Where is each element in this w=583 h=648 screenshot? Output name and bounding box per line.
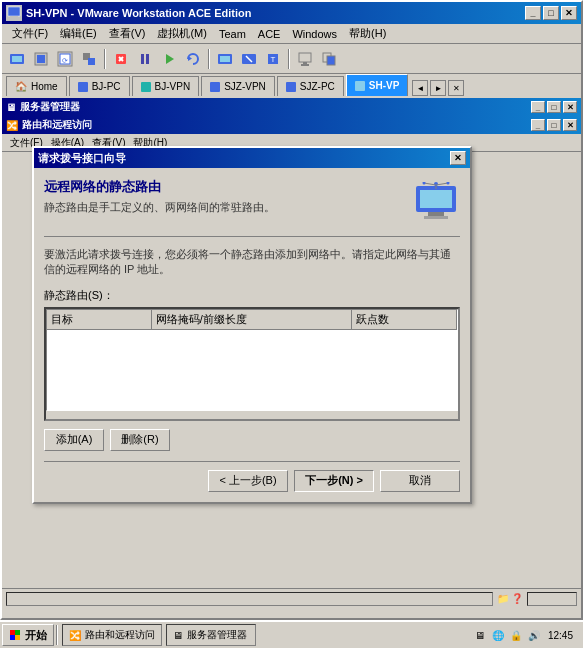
server-manager-title-bar: 🖥 服务器管理器 _ □ ✕ bbox=[2, 98, 581, 116]
tab-home[interactable]: 🏠 Home bbox=[6, 76, 67, 96]
server-manager-controls: _ □ ✕ bbox=[531, 101, 577, 113]
toolbar-btn-3[interactable]: ⟳ bbox=[54, 48, 76, 70]
dialog-main-title: 远程网络的静态路由 bbox=[44, 178, 412, 196]
tab-bj-pc[interactable]: BJ-PC bbox=[69, 76, 130, 96]
routing-window: 🔀 路由和远程访问 _ □ ✕ 文件(F) 操作(A) 查看(V) 帮助(H) bbox=[2, 116, 581, 586]
static-routes-label: 静态路由(S)： bbox=[44, 288, 460, 303]
routing-controls: _ □ ✕ bbox=[531, 119, 577, 131]
toolbar-btn-5[interactable] bbox=[110, 48, 132, 70]
status-icon-1: 📁 bbox=[497, 593, 509, 604]
svg-rect-42 bbox=[10, 635, 15, 640]
system-clock: 12:45 bbox=[544, 630, 577, 641]
routing-title-bar: 🔀 路由和远程访问 _ □ ✕ bbox=[2, 116, 581, 134]
menu-team[interactable]: Team bbox=[213, 26, 252, 42]
title-bar-buttons: _ □ ✕ bbox=[525, 6, 577, 20]
delete-button[interactable]: 删除(R) bbox=[110, 429, 170, 451]
svg-rect-40 bbox=[10, 630, 15, 635]
toolbar-separator-2 bbox=[208, 49, 210, 69]
tab-bar: 🏠 Home BJ-PC BJ-VPN SJZ-VPN SJZ-PC SH-VP… bbox=[2, 74, 581, 98]
routing-min[interactable]: _ bbox=[531, 119, 545, 131]
svg-rect-5 bbox=[37, 55, 45, 63]
status-icon-2: ❓ bbox=[511, 593, 523, 604]
toolbar-btn-1[interactable] bbox=[6, 48, 28, 70]
tab-nav-prev[interactable]: ◄ bbox=[412, 80, 428, 96]
tray-icon-display: 🖥 bbox=[472, 627, 488, 643]
wizard-dialog: 请求拨号接口向导 ✕ 远程网络的静态路由 静态路由是手工定义的、两网络间的常驻路… bbox=[32, 146, 472, 504]
menu-edit[interactable]: 编辑(E) bbox=[54, 24, 103, 43]
static-routes-table: 目标 网络掩码/前缀长度 跃点数 bbox=[46, 309, 458, 411]
toolbar-btn-9[interactable] bbox=[214, 48, 236, 70]
tray-icon-sound: 🔊 bbox=[526, 627, 542, 643]
taskbar-separator bbox=[56, 625, 58, 645]
tray-icon-network: 🌐 bbox=[490, 627, 506, 643]
toolbar-btn-2[interactable] bbox=[30, 48, 52, 70]
next-button[interactable]: 下一步(N) > bbox=[294, 470, 374, 492]
status-bar-icons: 📁 ❓ bbox=[497, 593, 523, 604]
menu-ace[interactable]: ACE bbox=[252, 26, 287, 42]
maximize-button[interactable]: □ bbox=[543, 6, 559, 20]
table-body bbox=[47, 330, 457, 410]
menu-view[interactable]: 查看(V) bbox=[103, 24, 152, 43]
tab-sjz-vpn[interactable]: SJZ-VPN bbox=[201, 76, 275, 96]
minimize-button[interactable]: _ bbox=[525, 6, 541, 20]
taskbar-item-server[interactable]: 🖥 服务器管理器 bbox=[166, 624, 256, 646]
window-title: SH-VPN - VMware Workstation ACE Edition bbox=[26, 7, 525, 19]
toolbar: ⟳ bbox=[2, 44, 581, 74]
network-printer-icon bbox=[412, 178, 460, 226]
svg-rect-32 bbox=[428, 212, 444, 216]
close-button[interactable]: ✕ bbox=[561, 6, 577, 20]
svg-point-35 bbox=[434, 182, 438, 186]
toolbar-separator-1 bbox=[104, 49, 106, 69]
menu-windows[interactable]: Windows bbox=[286, 26, 343, 42]
toolbar-btn-10[interactable] bbox=[238, 48, 260, 70]
svg-rect-1 bbox=[10, 16, 18, 18]
tab-nav-next[interactable]: ► bbox=[430, 80, 446, 96]
svg-rect-14 bbox=[141, 54, 144, 64]
toolbar-btn-13[interactable] bbox=[318, 48, 340, 70]
menu-help[interactable]: 帮助(H) bbox=[343, 24, 392, 43]
col-netmask: 网络掩码/前缀长度 bbox=[152, 310, 353, 329]
routing-close[interactable]: ✕ bbox=[563, 119, 577, 131]
svg-rect-41 bbox=[15, 630, 20, 635]
window-body: 🖥 服务器管理器 _ □ ✕ 🔀 路由和远程访问 _ □ ✕ bbox=[2, 98, 581, 588]
status-bar-pane-1 bbox=[6, 592, 493, 606]
toolbar-btn-6[interactable] bbox=[134, 48, 156, 70]
tab-bj-vpn[interactable]: BJ-VPN bbox=[132, 76, 200, 96]
dialog-close-button[interactable]: ✕ bbox=[450, 151, 466, 165]
svg-rect-10 bbox=[88, 58, 95, 65]
taskbar-item-routing[interactable]: 🔀 路由和远程访问 bbox=[62, 624, 162, 646]
cancel-button[interactable]: 取消 bbox=[380, 470, 460, 492]
dialog-header-text: 远程网络的静态路由 静态路由是手工定义的、两网络间的常驻路由。 bbox=[44, 178, 412, 215]
svg-marker-16 bbox=[166, 54, 174, 64]
toolbar-btn-12[interactable] bbox=[294, 48, 316, 70]
server-manager-max[interactable]: □ bbox=[547, 101, 561, 113]
toolbar-separator-3 bbox=[288, 49, 290, 69]
svg-point-39 bbox=[423, 182, 426, 185]
svg-rect-3 bbox=[12, 56, 22, 62]
server-manager-min[interactable]: _ bbox=[531, 101, 545, 113]
toolbar-btn-4[interactable] bbox=[78, 48, 100, 70]
toolbar-btn-7[interactable] bbox=[158, 48, 180, 70]
tray-icon-security: 🔒 bbox=[508, 627, 524, 643]
server-manager-close[interactable]: ✕ bbox=[563, 101, 577, 113]
tab-sh-vp[interactable]: SH-VP bbox=[346, 74, 409, 96]
toolbar-btn-8[interactable] bbox=[182, 48, 204, 70]
start-button[interactable]: 开始 bbox=[2, 624, 54, 646]
toolbar-btn-11[interactable]: T bbox=[262, 48, 284, 70]
tab-nav-close[interactable]: ✕ bbox=[448, 80, 464, 96]
svg-rect-31 bbox=[420, 190, 452, 208]
svg-rect-25 bbox=[299, 53, 311, 62]
tab-sjz-pc[interactable]: SJZ-PC bbox=[277, 76, 344, 96]
table-header: 目标 网络掩码/前缀长度 跃点数 bbox=[47, 310, 457, 330]
svg-text:T: T bbox=[271, 55, 276, 64]
svg-rect-19 bbox=[220, 56, 230, 62]
dialog-body: 远程网络的静态路由 静态路由是手工定义的、两网络间的常驻路由。 bbox=[34, 168, 470, 502]
system-tray: 🖥 🌐 🔒 🔊 12:45 bbox=[468, 627, 581, 643]
routing-max[interactable]: □ bbox=[547, 119, 561, 131]
svg-rect-29 bbox=[327, 56, 335, 65]
menu-vm[interactable]: 虚拟机(M) bbox=[151, 24, 213, 43]
svg-point-38 bbox=[447, 182, 450, 185]
menu-file[interactable]: 文件(F) bbox=[6, 24, 54, 43]
add-button[interactable]: 添加(A) bbox=[44, 429, 104, 451]
back-button[interactable]: < 上一步(B) bbox=[208, 470, 288, 492]
